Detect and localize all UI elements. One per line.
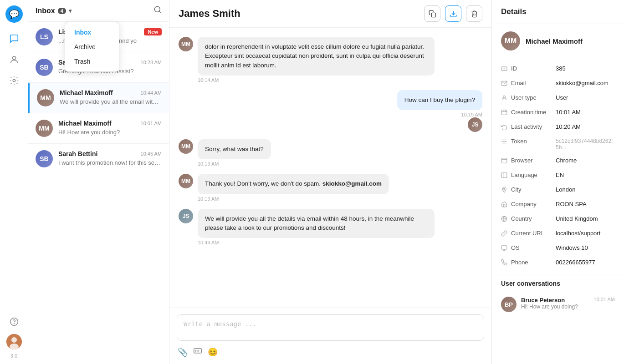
user-conv-card-bruce[interactable]: BP Bruce Peterson 10:01 AM Hi! How are y… — [492, 291, 624, 318]
sidebar: Inbox 4 ▾ Inbox Archive Trash LS Lisa Sa… — [28, 0, 169, 364]
email-icon — [501, 80, 507, 88]
token-label: Token — [511, 138, 552, 145]
id-label: ID — [511, 65, 552, 72]
chat-actions — [424, 5, 482, 22]
message-input[interactable] — [177, 314, 484, 341]
nav-help-icon[interactable] — [5, 313, 23, 330]
creation-time-label: Creation time — [511, 109, 552, 116]
language-icon — [501, 172, 507, 180]
avatar-lisa: LS — [36, 28, 53, 46]
user-avatar-nav[interactable] — [6, 334, 22, 349]
msg-bubble-3: Sorry, what was that? — [198, 139, 271, 159]
msg-time-4: 10:19 AM — [198, 196, 389, 202]
conv-preview-michael1: We will provide you all the email within… — [60, 98, 162, 105]
conversation-item-sarah2[interactable]: SB Sarah Bettini 10:45 AM I want this pr… — [28, 144, 169, 174]
msg-content-4: Thank you! Don't worry, we don't do spam… — [198, 174, 389, 201]
message-2: How can I buy the plugin? 10:19 AM JS — [179, 90, 482, 132]
msg-bubble-1: dolor in reprehenderit in voluptate veli… — [198, 37, 435, 76]
svg-rect-18 — [501, 110, 507, 115]
conv-name-michael2: Michael Maximoff — [58, 120, 112, 127]
msg-avatar-1: MM — [179, 37, 193, 51]
email-highlight: skiokko@gmail.com — [322, 180, 382, 187]
inbox-toggle-button[interactable]: Inbox 4 ▾ — [36, 7, 72, 15]
details-panel-title: Details — [492, 0, 624, 24]
inbox-dropdown-menu: Inbox Archive Trash — [65, 22, 119, 72]
usertype-value: User — [556, 94, 568, 101]
msg-time-2: 10:19 AM — [397, 112, 482, 117]
usertype-label: User type — [511, 94, 552, 101]
conv-preview-sarah2: I want this promotion now! for this secr… — [58, 159, 162, 166]
language-label: Language — [511, 172, 552, 178]
id-value: 385 — [556, 65, 566, 72]
details-user-name: Michael Maximoff — [526, 37, 583, 45]
chat-title: James Smith — [179, 8, 240, 20]
svg-point-7 — [154, 6, 160, 12]
dropdown-item-trash[interactable]: Trash — [65, 54, 119, 69]
detail-os: OS Windows 10 — [492, 241, 624, 256]
copy-action-button[interactable] — [424, 5, 440, 22]
emoji-button[interactable]: 😊 — [208, 346, 218, 358]
app-version: 3.0 — [10, 353, 17, 359]
msg-time-1: 10:14 AM — [198, 77, 435, 83]
message-input-area: 📎 GIF 😊 — [169, 308, 491, 364]
os-value: Windows 10 — [556, 244, 588, 251]
chat-header: James Smith — [169, 0, 491, 28]
company-value: ROON SPA — [556, 201, 587, 207]
details-user-avatar: MM — [501, 31, 520, 51]
detail-company: Company ROON SPA — [492, 197, 624, 212]
svg-point-1 — [13, 79, 15, 82]
msg-content-3: Sorry, what was that? 10:19 AM — [198, 139, 271, 167]
city-label: City — [511, 186, 552, 193]
message-1: MM dolor in reprehenderit in voluptate v… — [179, 37, 482, 83]
msg-avatar-3: MM — [179, 139, 193, 154]
detail-usertype: User type User — [492, 91, 624, 106]
attach-button[interactable]: 📎 — [178, 346, 188, 358]
svg-point-0 — [12, 56, 15, 60]
new-badge: New — [144, 28, 162, 35]
msg-bubble-4: Thank you! Don't worry, we don't do spam… — [198, 174, 389, 194]
conv-preview-michael2: Hi! How are you doing? — [58, 129, 162, 136]
conv-time-sarah1: 10:28 AM — [141, 60, 162, 65]
conversation-item-michael1[interactable]: MM Michael Maximoff 10:44 AM We will pro… — [28, 83, 169, 113]
svg-point-29 — [504, 188, 505, 190]
left-navigation: 💬 3.0 — [0, 0, 28, 364]
os-label: OS — [511, 244, 552, 251]
details-user-section: MM Michael Maximoff — [492, 24, 624, 58]
conv-time-sarah2: 10:45 AM — [141, 151, 162, 157]
conv-body-michael1: Michael Maximoff 10:44 AM We will provid… — [60, 89, 162, 105]
email-label: Email — [511, 80, 552, 86]
last-activity-icon — [501, 124, 507, 131]
avatar-sarah2: SB — [36, 150, 53, 167]
os-icon — [501, 245, 507, 253]
download-action-button[interactable] — [445, 5, 461, 22]
chevron-down-icon: ▾ — [69, 8, 72, 14]
bruce-preview: Hi! How are you doing? — [521, 303, 615, 310]
svg-rect-25 — [501, 158, 507, 163]
svg-point-17 — [503, 96, 506, 98]
sidebar-header: Inbox 4 ▾ Inbox Archive Trash — [28, 0, 169, 22]
usertype-icon — [501, 95, 507, 102]
search-button[interactable] — [153, 5, 162, 16]
creation-time-icon — [501, 109, 507, 117]
delete-action-button[interactable] — [466, 5, 482, 22]
message-3: MM Sorry, what was that? 10:19 AM — [179, 139, 482, 167]
phone-label: Phone — [511, 259, 552, 266]
phone-icon — [501, 259, 507, 267]
msg-time-5: 10:44 AM — [198, 240, 435, 245]
svg-point-2 — [10, 318, 18, 326]
id-icon — [501, 66, 507, 73]
url-label: Current URL — [511, 230, 552, 237]
bruce-time: 10:01 AM — [594, 297, 615, 303]
inbox-label: Inbox — [36, 7, 55, 15]
conversation-list: LS Lisa Satta New ...not help me promoti… — [28, 22, 169, 364]
app-logo: 💬 — [5, 5, 23, 23]
nav-contacts-icon[interactable] — [5, 51, 23, 68]
nav-settings-icon[interactable] — [5, 72, 23, 89]
nav-inbox-icon[interactable] — [5, 30, 23, 47]
dropdown-item-archive[interactable]: Archive — [65, 40, 119, 54]
conversation-item-michael2[interactable]: MM Michael Maximoff 10:01 AM Hi! How are… — [28, 113, 169, 144]
dropdown-item-inbox[interactable]: Inbox — [65, 25, 119, 40]
gif-button[interactable]: GIF — [193, 346, 202, 358]
conv-body-sarah2: Sarah Bettini 10:45 AM I want this promo… — [58, 150, 162, 166]
detail-browser: Browser Chrome — [492, 154, 624, 168]
